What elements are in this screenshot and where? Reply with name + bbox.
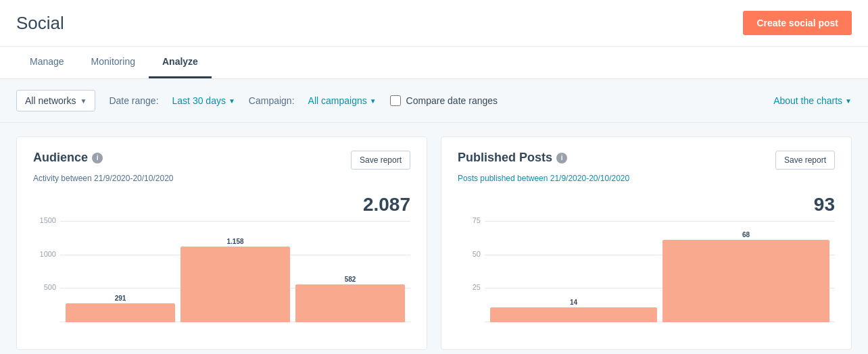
audience-save-report-button[interactable]: Save report [351,151,410,170]
audience-subtitle: Activity between 21/9/2020-20/10/2020 [33,174,410,183]
grid-label-500: 500 [30,283,56,291]
published-posts-title-text: Published Posts [458,151,552,165]
campaign-arrow: ▼ [370,97,377,105]
grid-label-25: 25 [455,283,481,291]
date-range-dropdown[interactable]: Last 30 days ▼ [172,95,235,106]
published-posts-bars: 14 68 [485,221,835,322]
grid-label-50: 50 [455,250,481,258]
audience-bar-1-label: 291 [115,295,126,302]
audience-bars: 291 1.158 582 [60,221,410,322]
audience-bar-1-rect [66,303,175,322]
published-posts-bar-2: 68 [662,231,829,322]
campaign-dropdown[interactable]: All campaigns ▼ [308,95,377,106]
grid-label-1000: 1000 [30,250,56,258]
about-charts-arrow: ▼ [845,97,852,105]
about-charts-dropdown[interactable]: About the charts ▼ [773,95,852,106]
audience-title: Audience i [33,151,103,165]
audience-bar-3: 582 [295,276,405,322]
audience-bar-2: 1.158 [180,238,290,322]
main-content: Audience i Save report Activity between … [0,123,868,354]
compare-date-ranges-label[interactable]: Compare date ranges [390,95,498,106]
filter-bar: All networks ▼ Date range: Last 30 days … [0,79,868,123]
grid-label-1500: 1500 [30,216,56,224]
campaign-prefix: Campaign: [249,95,295,106]
published-posts-save-report-button[interactable]: Save report [775,151,835,170]
audience-bar-2-label: 1.158 [226,238,243,245]
tab-manage[interactable]: Manage [16,47,78,78]
published-posts-card-header: Published Posts i Save report [458,151,835,170]
audience-bar-3-rect [295,284,405,322]
published-posts-chart: 75 50 25 14 68 [458,221,835,336]
published-posts-card: Published Posts i Save report Posts publ… [441,136,852,350]
audience-card: Audience i Save report Activity between … [16,136,427,350]
network-dropdown[interactable]: All networks ▼ [16,90,95,111]
network-dropdown-arrow: ▼ [80,97,87,105]
published-posts-info-icon[interactable]: i [556,153,567,163]
grid-label-75: 75 [455,216,481,224]
page-title: Social [16,13,64,34]
tab-monitoring[interactable]: Monitoring [78,47,149,78]
nav-tabs: Manage Monitoring Analyze [0,47,868,79]
create-social-post-button[interactable]: Create social post [743,11,852,35]
audience-card-header: Audience i Save report [33,151,410,170]
compare-date-ranges-checkbox[interactable] [390,95,401,106]
campaign-value: All campaigns [308,95,367,106]
published-posts-bar-1-label: 14 [570,299,577,306]
published-posts-bar-2-label: 68 [742,231,750,238]
audience-total: 2.087 [33,194,410,216]
network-label: All networks [25,95,76,106]
audience-bar-1: 291 [66,295,175,322]
published-posts-total: 93 [458,194,835,216]
about-charts-label: About the charts [773,95,842,106]
published-posts-bar-2-rect [662,240,829,322]
date-range-value: Last 30 days [172,95,226,106]
date-range-arrow: ▼ [228,97,235,105]
published-posts-title: Published Posts i [458,151,567,165]
page-header: Social Create social post [0,0,868,47]
audience-chart: 1500 1000 500 291 1.158 [33,221,410,336]
tab-analyze[interactable]: Analyze [149,47,212,78]
date-range-prefix: Date range: [109,95,158,106]
published-posts-bar-1: 14 [490,299,657,322]
published-posts-subtitle: Posts published between 21/9/2020-20/10/… [458,174,835,183]
compare-label: Compare date ranges [406,95,498,106]
audience-info-icon[interactable]: i [92,153,103,163]
audience-title-text: Audience [33,151,88,165]
published-posts-bar-1-rect [490,307,657,322]
audience-bar-2-rect [180,247,290,322]
audience-bar-3-label: 582 [345,276,356,283]
